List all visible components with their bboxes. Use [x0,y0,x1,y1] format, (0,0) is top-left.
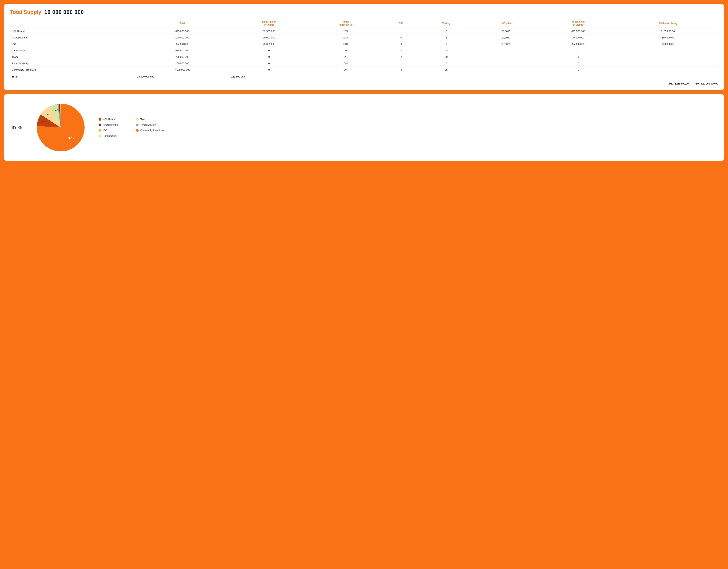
imc-label: IMC [669,82,674,85]
cell-initial_unlock_tokens: 0 [229,47,309,54]
cell-initial_unlock_tokens: 25 000 000 [229,41,309,47]
cell-value_at_listing [617,47,718,54]
table-row: Community incentives7 600 000 00000%0250 [10,67,718,73]
cell-vesting: 6 [420,60,473,67]
cell-name: Team [10,54,135,60]
cell-cliff: 0 [383,67,420,73]
legend-item: IDO [99,129,127,132]
legend-dot [136,129,139,132]
pie-label: 1 % [58,108,61,111]
imc-fdv-row: IMC $255 000,00 FDV $20 000 000,00 [10,82,718,85]
legend-label: KOL Round [103,118,115,121]
cell-token_float: 0 [539,54,618,60]
col-header-total: Total [135,19,229,28]
footer-initial-tokens: 127 500 000 [229,73,309,80]
legend-label: Team [140,118,146,121]
cell-initial_unlock_tokens: 0 [229,54,309,60]
cell-value_at_listing [617,67,718,73]
fdv-label: FDV [695,82,700,85]
cell-token_float: 0 [539,60,618,67]
cell-initial_unlock_pct: 20% [309,35,383,41]
fdv-value: $20 000 000,00 [701,82,718,85]
cell-vesting: 24 [420,47,473,54]
legend-dot [136,124,139,126]
cell-name: Partnerships [10,47,135,54]
footer-total: 10 000 000 000 [135,73,229,80]
cell-name: Community incentives [10,67,135,73]
legend-dot [99,129,101,132]
pie-label: 8.25 % [41,121,46,123]
col-header-initial-pct: Initialunlock in % [309,19,383,28]
table-row: KOL Round825 000 00082 500 00010%13$0,00… [10,28,718,35]
col-header-vesting: Vesting [420,19,473,28]
title-value: 10 000 000 000 [44,9,84,15]
col-header-value-listing: $ Value at Listing [617,19,718,28]
cell-usd_price [473,67,539,73]
cell-token_float: 20 000 000 [539,35,618,41]
cell-usd_price: $0,0020 [473,41,539,47]
legend-dot [136,118,139,121]
legend-item: Team [136,118,164,121]
cell-cliff: 0 [383,35,420,41]
cell-initial_unlock_pct: 0% [309,54,383,60]
cell-total: 575 000 000 [135,47,229,54]
table-row: IDO25 000 00025 000 000100%00$0,002025 0… [10,41,718,47]
chart-card: In % 76 %8.25 %7.75 %5.75 %1 %1 % KOL Ro… [4,94,724,161]
table-row: Team775 000 00000%7200 [10,54,718,60]
legend-item: Airdrop inintial [99,123,127,126]
imc-value: $255 000,00 [675,82,689,85]
legend-item: Token Liquidity [136,123,164,126]
col-header-token-float: Token Floatat Listing [539,19,618,28]
legend-label: Token Liquidity [140,123,156,126]
footer-empty-2 [383,73,420,80]
supply-table-card: Total Supply 10 000 000 000 Total Initia… [4,4,724,90]
footer-empty-4 [473,73,539,80]
legend-item: Community incentives [136,129,164,132]
supply-table: Total Initial unlockin tokens Initialunl… [10,19,718,80]
legend-dot [99,124,101,126]
legend-dot [99,135,101,137]
cell-initial_unlock_pct: 0% [309,67,383,73]
cell-initial_unlock_tokens: 20 000 000 [229,35,309,41]
table-row: Airdrop inintial100 000 00020 000 00020%… [10,35,718,41]
cell-token_float: 825 500 000 [539,28,618,35]
cell-name: IDO [10,41,135,47]
cell-initial_unlock_pct: 0% [309,47,383,54]
table-row: Partnerships575 000 00000%3240 [10,47,718,54]
cell-total: 825 000 000 [135,28,229,35]
cell-vesting: 0 [420,41,473,47]
cell-cliff: 0 [383,41,420,47]
col-header-name [10,19,135,28]
cell-usd_price: $0,0010 [473,28,539,35]
in-percent-label: In % [11,125,27,131]
table-footer-row: Total 10 000 000 000 127 500 000 [10,73,718,80]
legend-label: Community incentives [140,129,164,132]
table-row: Token Liquidity100 000 00000%160 [10,60,718,67]
cell-initial_unlock_tokens: 0 [229,60,309,67]
cell-vesting: 3 [420,28,473,35]
cell-vesting: 25 [420,67,473,73]
cell-initial_unlock_tokens: 0 [229,67,309,73]
legend-item: KOL Round [99,118,127,121]
cell-usd_price: $0,0020 [473,35,539,41]
imc-block: IMC $255 000,00 [669,82,689,85]
table-header-row: Total Initial unlockin tokens Initialunl… [10,19,718,28]
cell-value_at_listing: $40 000,00 [617,35,718,41]
cell-token_float: 0 [539,67,618,73]
col-header-initial-tokens: Initial unlockin tokens [229,19,309,28]
cell-name: Token Liquidity [10,60,135,67]
cell-cliff: 7 [383,54,420,60]
cell-value_at_listing [617,60,718,67]
cell-total: 25 000 000 [135,41,229,47]
cell-cliff: 1 [383,60,420,67]
cell-name: KOL Round [10,28,135,35]
cell-initial_unlock_pct: 10% [309,28,383,35]
footer-label: Total [10,73,135,80]
footer-empty-3 [420,73,473,80]
cell-value_at_listing: $50 000,00 [617,41,718,47]
cell-token_float: 25 000 000 [539,41,618,47]
footer-empty-1 [309,73,383,80]
cell-cliff: 3 [383,47,420,54]
title-label: Total Supply [10,9,41,15]
legend-label: Airdrop inintial [103,123,118,126]
